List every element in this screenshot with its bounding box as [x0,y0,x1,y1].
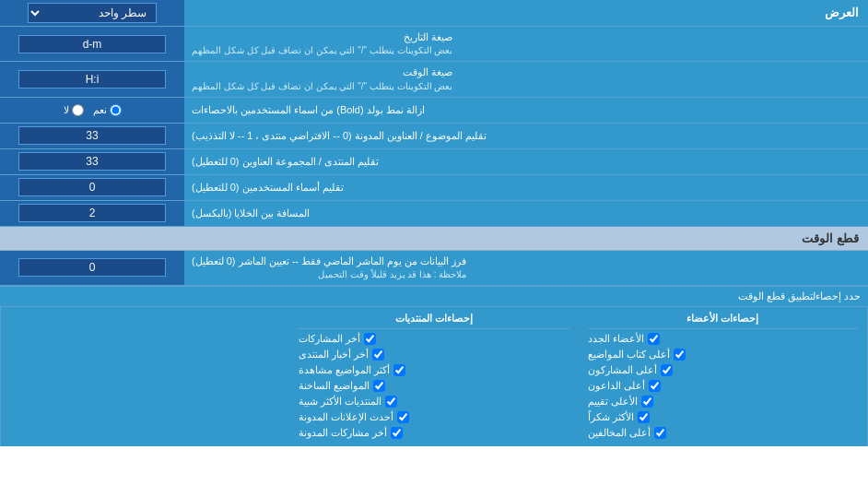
title-count-input[interactable] [18,126,166,145]
page-title: العرض [825,5,859,21]
check-top-callers: أعلى الداعون [588,380,858,392]
check-top-rated: الأعلى تقييم [588,396,858,408]
check-last-blog-posts: أخر مشاركات المدونة [299,427,569,439]
time-cut-input[interactable] [18,258,166,277]
check-top-violators: أعلى المخالفين [588,427,858,439]
bold-yes-option[interactable]: نعم [93,104,122,116]
check-most-viewed: أكثر المواضيع مشاهدة [299,364,569,376]
username-count-input[interactable] [18,178,166,196]
display-mode-select[interactable]: سطر واحد سطرين ثلاثة أسطر [28,3,157,23]
check-forum-news: أخر أخبار المنتدى [299,349,569,361]
check-last-posts: أخر المشاركات [299,333,569,345]
time-format-sublabel: بعض التكوينات يتطلب "/" التي يمكن ان تضا… [192,80,452,93]
time-section-header: قطع الوقت [0,227,868,251]
col1-header: إحصاءات المنتديات [299,311,569,329]
check-latest-announcements: أحدث الإعلانات المدونة [299,411,569,423]
forum-count-label: تقليم المنتدى / المجموعة العناوين (0 للت… [192,155,379,169]
check-similar-forums: المنتديات الأكثر شبية [299,396,569,408]
time-cut-label: فرز البيانات من يوم الماشر الماضي فقط --… [192,255,466,266]
col2-header: إحصاءات الأعضاء [588,311,858,329]
bold-no-option[interactable]: لا [64,104,84,116]
cell-spacing-label: المسافة بين الخلايا (بالبكسل) [192,207,311,220]
cell-spacing-input[interactable] [18,204,166,222]
date-format-label: صيغة التاريخ [404,31,452,42]
stats-section-header: حدد إحصاءلتطبيق قطع الوقت [738,290,861,302]
date-format-input[interactable] [18,35,166,53]
username-count-label: تقليم أسماء المستخدمين (0 للتعطيل) [192,181,344,195]
time-format-input[interactable] [18,70,166,89]
title-count-label: تقليم الموضوع / العناوين المدونة (0 -- ا… [192,129,487,143]
check-most-thankful: الأكثر شكراً [588,411,858,423]
bold-remove-label: ازالة نمط بولد (Bold) من اسماء المستخدمي… [192,103,425,117]
forum-count-input[interactable] [18,152,166,171]
time-format-label: صيغة الوقت [403,66,452,77]
check-hot-topics: المواضيع الساخنة [299,380,569,392]
bold-yes-label: نعم [93,104,107,116]
date-format-sublabel: بعض التكوينات يتطلب "/" التي يمكن ان تضا… [192,44,452,57]
check-new-members: الأعضاء الجدد [588,333,858,345]
check-top-participants: أعلى المشاركون [588,364,858,376]
check-top-authors: أعلى كتاب المواضيع [588,349,858,361]
bold-no-label: لا [64,104,69,116]
time-cut-sublabel: ملاحظة : هذا قد يزيد قليلاً وقت التحميل [192,268,466,281]
